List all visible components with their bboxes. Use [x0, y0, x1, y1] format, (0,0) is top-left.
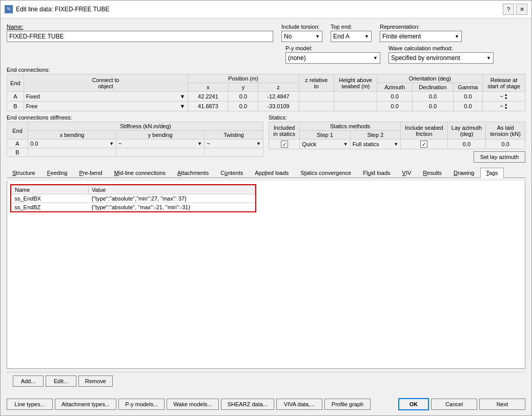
tab-fluid-loads[interactable]: Fluid loads — [357, 168, 396, 177]
next-button[interactable]: Next — [479, 399, 525, 410]
tab-feeding[interactable]: Feeding — [42, 168, 73, 177]
stiff-row-a-twist: ~ ▼ — [204, 140, 263, 148]
col-zrel-header: z relativeto — [299, 74, 334, 92]
stiff-row-a-end: A — [7, 140, 28, 148]
statics-aslaid-cell[interactable]: 0.0 — [486, 140, 525, 149]
row-a-azimuth[interactable]: 0.0 — [377, 92, 413, 102]
cancel-button[interactable]: Cancel — [431, 399, 477, 410]
stiff-row-b-end: B — [7, 148, 28, 157]
shearz-data-button[interactable]: SHEARZ data... — [221, 399, 274, 410]
stiff-ybend-header: y bending — [116, 131, 204, 140]
tab-midline[interactable]: Mid-line connections — [109, 168, 171, 177]
statics-step1-header: Step 1 — [300, 131, 350, 140]
tab-applied-loads[interactable]: Applied loads — [249, 168, 294, 177]
row-b-gamma[interactable]: 0.0 — [453, 102, 482, 111]
row-a-declination[interactable]: 0.0 — [412, 92, 453, 102]
row-b-azimuth[interactable]: 0.0 — [377, 102, 413, 111]
py-model-dropdown[interactable]: (none) ▼ — [285, 52, 380, 64]
row-b-declination[interactable]: 0.0 — [412, 102, 453, 111]
statics-methods-header: Statics methods — [300, 122, 401, 131]
table-row: Quick ▼ Full statics ▼ — [269, 140, 525, 149]
statics-layaz-cell[interactable]: 0.0 — [447, 140, 486, 149]
tag-row2-value: {"type":"absolute", "max":-21, "min":-31… — [89, 203, 255, 212]
row-a-z[interactable]: -12.4847 — [258, 92, 299, 102]
name-input[interactable] — [7, 31, 273, 42]
top-end-group: Top end: End A ▼ — [331, 24, 372, 42]
row2: P-y model: (none) ▼ Wave calculation met… — [285, 45, 525, 64]
end-connections-title: End connections: — [7, 67, 525, 73]
statics-seabed-checkbox[interactable] — [420, 141, 427, 148]
set-lay-azimuth-button[interactable]: Set lay azimuth — [474, 151, 525, 163]
stiff-row-a-xbend: 0.0 ▼ — [28, 140, 116, 148]
stiff-a-twist-arrow[interactable]: ▼ — [256, 141, 261, 146]
py-models-button[interactable]: P-y models... — [118, 399, 165, 410]
row-b-release-spinner[interactable]: ▲▼ — [504, 103, 508, 110]
py-model-label: P-y model: — [285, 45, 380, 51]
add-button[interactable]: Add... — [13, 375, 44, 387]
tags-table-container: Name Value ss_EndBX {"type":"absolute","… — [10, 184, 256, 212]
remove-button[interactable]: Remove — [78, 375, 113, 387]
row-b-x[interactable]: 41.6873 — [188, 102, 229, 111]
representation-dropdown[interactable]: Finite element ▼ — [380, 31, 462, 42]
tab-structure[interactable]: Structure — [7, 168, 41, 177]
tab-drawing[interactable]: Drawing — [448, 168, 480, 177]
tab-results[interactable]: Results — [417, 168, 447, 177]
row-b-connect: Free ▼ — [24, 102, 188, 111]
step1-arrow[interactable]: ▼ — [343, 142, 348, 147]
statics-seabed-cell — [401, 140, 448, 149]
stiffness-title: End connections stiffness: — [7, 114, 263, 121]
tab-contents[interactable]: Contents — [215, 168, 249, 177]
stiff-a-xbend-arrow[interactable]: ▼ — [109, 141, 114, 146]
statics-step2-cell: Full statics ▼ — [350, 140, 400, 149]
statics-layaz-header: Lay azimuth(deg) — [447, 122, 486, 140]
tab-content-tags: Name Value ss_EndBX {"type":"absolute","… — [7, 181, 525, 369]
step2-arrow[interactable]: ▼ — [394, 142, 398, 147]
col-release-header: Release atstart of stage — [482, 74, 525, 92]
row-a-connect-arrow[interactable]: ▼ — [180, 93, 186, 100]
row-a-y[interactable]: 0.0 — [229, 92, 258, 102]
statics-section: Statics: Includedin statics Statics meth… — [269, 114, 525, 163]
top-end-value: End A — [333, 33, 350, 40]
stiff-row-a-ybend: ~ ▼ — [116, 140, 204, 148]
col-y-header: y — [229, 83, 258, 92]
viva-data-button[interactable]: VIVA data,... — [276, 399, 322, 410]
table-row: A Fixed ▼ 42.2241 0.0 -12.4847 0.0 — [7, 92, 525, 102]
top-end-dropdown[interactable]: End A ▼ — [331, 31, 372, 42]
tab-statics-conv[interactable]: Statics convergence — [295, 168, 357, 177]
tab-attachments[interactable]: Attachments — [172, 168, 214, 177]
ok-button[interactable]: OK — [398, 398, 429, 410]
stiff-row-b-xbend — [28, 148, 116, 157]
window-title: Edit line data: FIXED-FREE TUBE — [16, 6, 110, 13]
wave-calc-value: Specified by environment — [391, 54, 460, 62]
wave-calc-dropdown[interactable]: Specified by environment ▼ — [388, 52, 494, 64]
app-icon: ✎ — [5, 5, 13, 13]
top-end-arrow-icon: ▼ — [364, 34, 369, 39]
row-b-y[interactable]: 0.0 — [229, 102, 258, 111]
tab-tags[interactable]: Tags — [480, 168, 503, 178]
tabs-row: Structure Feeding Pre-bend Mid-line conn… — [7, 168, 525, 178]
stiff-a-ybend-arrow[interactable]: ▼ — [197, 141, 202, 146]
profile-graph-button[interactable]: Profile graph — [324, 399, 371, 410]
edit-button[interactable]: Edit... — [46, 375, 76, 387]
statics-included-checkbox[interactable] — [281, 141, 288, 148]
close-button[interactable]: ✕ — [516, 4, 527, 15]
tab-prebend[interactable]: Pre-bend — [73, 168, 108, 177]
help-button[interactable]: ? — [503, 4, 514, 15]
statics-included-header: Includedin statics — [269, 122, 300, 140]
top-row: Name: Include torsion: No ▼ Top end: End… — [7, 24, 525, 42]
tag-row1-name: ss_EndBX — [12, 194, 89, 203]
tag-row2-name: ss_EndBZ — [12, 203, 89, 212]
tab-viv[interactable]: VIV — [397, 168, 417, 177]
tags-col-value: Value — [89, 186, 255, 194]
py-model-arrow-icon: ▼ — [373, 55, 378, 61]
list-item: ss_EndBZ {"type":"absolute", "max":-21, … — [12, 203, 255, 212]
row-b-connect-arrow[interactable]: ▼ — [180, 103, 186, 109]
attachment-types-button[interactable]: Attachment types... — [55, 399, 116, 410]
row-b-z[interactable]: -33.0109 — [258, 102, 299, 111]
wake-models-button[interactable]: Wake models... — [167, 399, 218, 410]
include-torsion-dropdown[interactable]: No ▼ — [281, 31, 322, 42]
row-a-release-spinner[interactable]: ▲▼ — [504, 93, 508, 100]
row-a-gamma[interactable]: 0.0 — [453, 92, 482, 102]
row-a-x[interactable]: 42.2241 — [188, 92, 229, 102]
line-types-button[interactable]: Line types... — [7, 399, 53, 410]
